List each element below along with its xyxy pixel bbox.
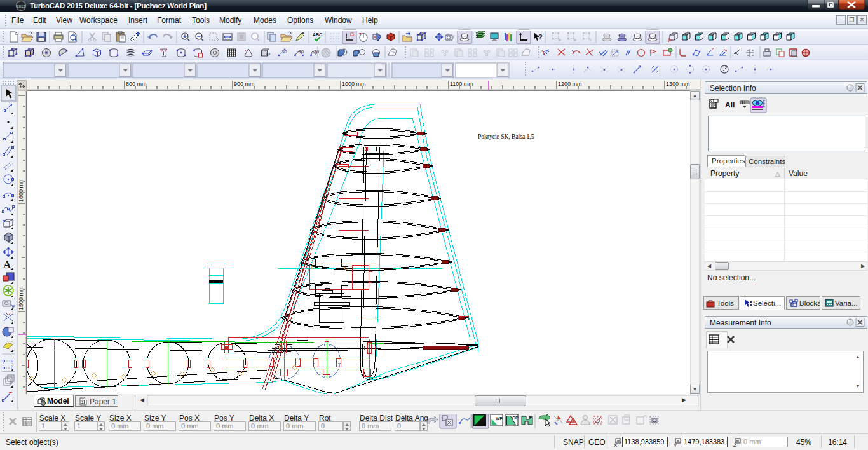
svg-text:Y: Y bbox=[674, 442, 677, 447]
svg-text:F: F bbox=[529, 415, 532, 419]
svg-text:?: ? bbox=[538, 33, 543, 41]
svg-text:3D: 3D bbox=[266, 52, 271, 56]
svg-text:A: A bbox=[3, 259, 11, 271]
svg-text:1600 mm: 1600 mm bbox=[18, 178, 24, 202]
svg-text:1200 mm: 1200 mm bbox=[558, 81, 582, 87]
svg-text:800 mm: 800 mm bbox=[126, 81, 147, 87]
svg-text:ABC: ABC bbox=[313, 32, 322, 37]
svg-text:X: X bbox=[614, 442, 618, 447]
svg-text:1000 mm: 1000 mm bbox=[342, 81, 366, 87]
svg-text:1300 mm: 1300 mm bbox=[666, 81, 690, 87]
svg-text:2015: 2015 bbox=[17, 4, 25, 8]
svg-text:CP: CP bbox=[512, 416, 519, 420]
svg-text:Pokrycie SK, Balsa 1,5: Pokrycie SK, Balsa 1,5 bbox=[478, 133, 534, 140]
svg-text:1: 1 bbox=[81, 400, 83, 404]
svg-text:WP: WP bbox=[496, 416, 503, 421]
svg-text:1500 mm: 1500 mm bbox=[18, 286, 24, 310]
svg-text:All: All bbox=[725, 100, 735, 109]
svg-text:900 mm: 900 mm bbox=[234, 81, 255, 87]
svg-text:Z: Z bbox=[733, 442, 736, 447]
svg-text:1100 mm: 1100 mm bbox=[450, 81, 473, 87]
